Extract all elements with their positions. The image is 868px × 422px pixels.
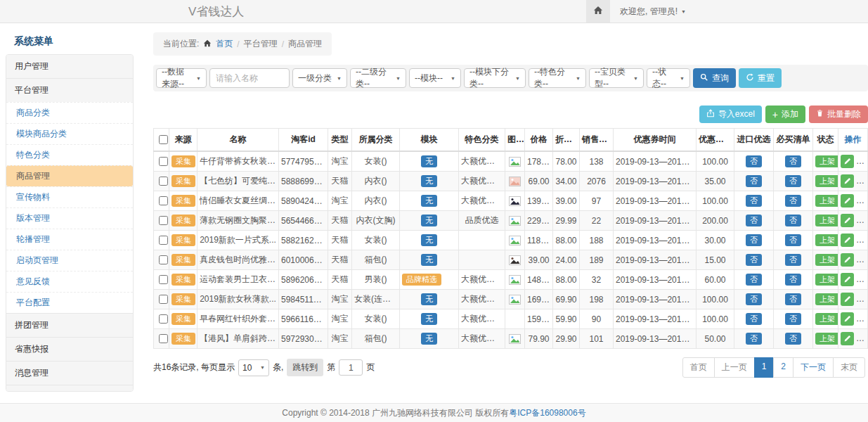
sidebar-item[interactable]: 省惠快报 bbox=[6, 337, 133, 361]
sidebar-item[interactable]: 拼团管理 bbox=[6, 313, 133, 337]
breadcrumb-home-link[interactable]: 首页 bbox=[216, 38, 233, 50]
filter-select[interactable]: --二级分类--▼ bbox=[350, 68, 406, 88]
status-badge[interactable]: 上架 bbox=[815, 313, 838, 325]
batch-delete-button[interactable]: 批量删除 bbox=[809, 106, 868, 123]
filter-select[interactable]: 一级分类▼ bbox=[292, 68, 347, 88]
pager-item[interactable]: 1 bbox=[754, 357, 775, 378]
must-buy-toggle[interactable]: 否 bbox=[785, 313, 801, 325]
sidebar-item[interactable]: 意见反馈 bbox=[6, 271, 133, 292]
edit-button[interactable] bbox=[841, 174, 854, 188]
must-buy-toggle[interactable]: 否 bbox=[785, 215, 801, 226]
row-checkbox[interactable] bbox=[159, 255, 168, 264]
status-badge[interactable]: 上架 bbox=[815, 155, 838, 167]
sidebar-item[interactable]: 用户管理 bbox=[6, 55, 133, 78]
sidebar-item[interactable]: 轮播管理 bbox=[6, 229, 133, 250]
filter-select[interactable]: --特色分类--▼ bbox=[529, 68, 586, 88]
column-header: 淘客id bbox=[279, 129, 328, 152]
home-button[interactable] bbox=[586, 0, 610, 23]
cell-coupon-time: 2019-09-13—2019-09-15 bbox=[614, 270, 697, 290]
imported-toggle[interactable]: 否 bbox=[746, 155, 762, 167]
imported-toggle[interactable]: 否 bbox=[746, 313, 762, 325]
edit-button[interactable] bbox=[841, 214, 854, 227]
add-button[interactable]: + 添加 bbox=[765, 106, 805, 123]
sidebar-item[interactable]: 宣传物料 bbox=[6, 186, 133, 207]
must-buy-toggle[interactable]: 否 bbox=[785, 234, 801, 246]
cell-status: 上架 bbox=[813, 191, 838, 211]
status-badge[interactable]: 上架 bbox=[815, 293, 838, 305]
filter-select[interactable]: --宝贝类型--▼ bbox=[589, 68, 644, 88]
sidebar-item[interactable]: 平台管理 bbox=[6, 78, 133, 102]
status-badge[interactable]: 上架 bbox=[815, 274, 838, 286]
status-badge[interactable]: 上架 bbox=[815, 254, 838, 266]
edit-button[interactable] bbox=[841, 194, 854, 207]
row-checkbox[interactable] bbox=[159, 275, 168, 284]
user-menu[interactable]: 欢迎您, 管理员! ▼ bbox=[610, 0, 696, 23]
pager-item[interactable]: 首页 bbox=[682, 357, 715, 378]
edit-button[interactable] bbox=[841, 234, 854, 247]
must-buy-toggle[interactable]: 否 bbox=[785, 293, 801, 305]
source-badge: 采集 bbox=[171, 254, 195, 266]
pager-item[interactable]: 上一页 bbox=[714, 357, 755, 378]
row-checkbox[interactable] bbox=[159, 196, 168, 205]
row-checkbox[interactable] bbox=[159, 314, 168, 324]
sidebar-item[interactable]: 平台配置 bbox=[6, 292, 133, 313]
search-button[interactable]: 查询 bbox=[693, 68, 736, 88]
must-buy-toggle[interactable]: 否 bbox=[785, 274, 801, 286]
row-checkbox[interactable] bbox=[159, 295, 168, 304]
cell-category: 内衣() bbox=[352, 191, 400, 211]
edit-button[interactable] bbox=[841, 293, 854, 306]
status-badge[interactable]: 上架 bbox=[815, 215, 838, 226]
reset-button[interactable]: 重置 bbox=[739, 68, 782, 88]
imported-toggle[interactable]: 否 bbox=[746, 254, 762, 266]
imported-toggle[interactable]: 否 bbox=[746, 175, 762, 187]
status-badge[interactable]: 上架 bbox=[815, 333, 838, 345]
edit-button[interactable] bbox=[841, 332, 854, 345]
imported-toggle[interactable]: 否 bbox=[746, 274, 762, 286]
sidebar-item[interactable]: 消息管理 bbox=[6, 361, 133, 385]
table-row: 采集真皮钱包时尚优雅女士...601000601341天猫箱包()无39.002… bbox=[154, 250, 868, 270]
imported-toggle[interactable]: 否 bbox=[746, 195, 762, 207]
must-buy-toggle[interactable]: 否 bbox=[785, 333, 801, 345]
filter-select[interactable]: --状态--▼ bbox=[647, 68, 690, 88]
must-buy-toggle[interactable]: 否 bbox=[785, 254, 801, 266]
imported-toggle[interactable]: 否 bbox=[746, 215, 762, 226]
filter-select[interactable]: --数据来源--▼ bbox=[156, 68, 207, 88]
sidebar-item[interactable]: 商品分类 bbox=[6, 102, 133, 123]
status-badge[interactable]: 上架 bbox=[815, 175, 838, 187]
must-buy-toggle[interactable]: 否 bbox=[785, 155, 801, 167]
must-buy-toggle[interactable]: 否 bbox=[785, 195, 801, 207]
filter-select[interactable]: --模块--▼ bbox=[409, 68, 461, 88]
sidebar-item[interactable]: 特色分类 bbox=[6, 144, 133, 165]
page-number-input[interactable] bbox=[339, 359, 363, 376]
jump-button[interactable]: 跳转到 bbox=[287, 359, 323, 376]
sidebar-item[interactable]: 启动页管理 bbox=[6, 250, 133, 271]
status-badge[interactable]: 上架 bbox=[815, 234, 838, 246]
row-checkbox[interactable] bbox=[159, 334, 168, 343]
status-badge[interactable]: 上架 bbox=[815, 195, 838, 207]
edit-button[interactable] bbox=[841, 155, 854, 168]
edit-button[interactable] bbox=[841, 273, 854, 286]
edit-button[interactable] bbox=[841, 312, 854, 326]
row-checkbox[interactable] bbox=[159, 216, 168, 225]
must-buy-toggle[interactable]: 否 bbox=[785, 175, 801, 187]
pager-item[interactable]: 下一页 bbox=[793, 357, 834, 378]
row-checkbox[interactable] bbox=[159, 157, 168, 166]
filter-select[interactable]: --模块下分类--▼ bbox=[464, 68, 526, 88]
sidebar-item[interactable]: 商品管理 bbox=[6, 165, 133, 186]
sidebar-item[interactable]: 模块商品分类 bbox=[6, 123, 133, 144]
pager-item[interactable]: 2 bbox=[773, 357, 793, 378]
imported-toggle[interactable]: 否 bbox=[746, 333, 762, 345]
row-checkbox[interactable] bbox=[159, 236, 168, 245]
imported-toggle[interactable]: 否 bbox=[746, 234, 762, 246]
sidebar-item[interactable]: 版本管理 bbox=[6, 207, 133, 229]
pager-item[interactable]: 末页 bbox=[833, 357, 865, 378]
row-checkbox[interactable] bbox=[159, 177, 168, 186]
sidebar-item[interactable]: 订单管理 bbox=[6, 385, 133, 392]
import-excel-button[interactable]: 导入excel bbox=[699, 106, 762, 123]
per-page-select[interactable]: 10▼ bbox=[238, 359, 269, 376]
select-all-checkbox[interactable] bbox=[159, 135, 168, 144]
name-search-input[interactable] bbox=[209, 68, 290, 88]
imported-toggle[interactable]: 否 bbox=[746, 293, 762, 305]
icp-link[interactable]: 粤ICP备16098006号 bbox=[509, 408, 585, 418]
edit-button[interactable] bbox=[841, 253, 854, 267]
